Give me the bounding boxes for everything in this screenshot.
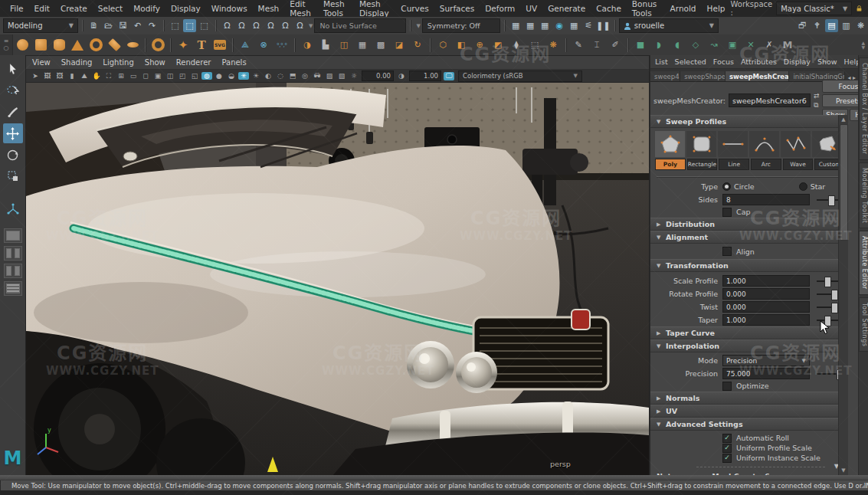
isolate-select-icon[interactable]: 🕶	[312, 72, 323, 80]
grid-icon[interactable]: ⊞	[116, 72, 126, 80]
xray-icon[interactable]: ▨	[324, 72, 335, 80]
workspace-dropdown[interactable]: Maya Classic*▼	[776, 2, 852, 15]
exposure-field[interactable]: 0.00	[362, 70, 394, 81]
tab-sweep46[interactable]: sweep46	[650, 71, 680, 81]
menu-uv[interactable]: UV	[520, 4, 542, 13]
bevel-icon[interactable]: ⬡	[434, 37, 451, 54]
menu-mesh-tools[interactable]: Mesh Tools	[318, 0, 354, 18]
select-hierarchy-icon[interactable]: ⬚	[169, 19, 182, 32]
append-polygon-icon[interactable]: ⧫	[508, 37, 525, 54]
gamma-icon[interactable]: ◑	[396, 72, 407, 80]
platonic-solid-icon[interactable]	[149, 37, 166, 54]
polyTorus-icon[interactable]	[87, 37, 104, 54]
oversan-icon[interactable]: ⛶	[103, 72, 114, 80]
film-gate-icon[interactable]: ▭	[128, 72, 139, 80]
gamma-field[interactable]: 1.00	[409, 70, 441, 81]
help-line-toggle[interactable]	[0, 480, 1, 491]
resize-grip-icon[interactable]: ◢	[861, 481, 866, 489]
sides-field[interactable]: 8	[722, 194, 810, 205]
use-all-lights-icon[interactable]: ✳	[238, 72, 249, 80]
tab-modeling-toolkit[interactable]: Modeling Toolkit	[859, 162, 868, 228]
ae-menu-selected[interactable]: Selected	[675, 57, 706, 66]
smear-sculpt-icon[interactable]: ✕	[742, 37, 759, 54]
automatic-roll-checkbox[interactable]	[722, 434, 732, 443]
attribute-scroll-area[interactable]: ▼Sweep Profiles	[650, 115, 848, 475]
character-controls-icon[interactable]: 🕈	[811, 19, 824, 32]
relax-sculpt-icon[interactable]: ◖	[669, 37, 686, 54]
gate-mask-icon[interactable]: ▣	[152, 72, 163, 80]
ae-menu-show[interactable]: Show	[817, 57, 837, 66]
polyPlane-icon[interactable]	[106, 37, 123, 54]
scale-tool-icon[interactable]	[3, 166, 23, 186]
rectangle-button[interactable]: Rectangle	[687, 159, 718, 170]
arc-button[interactable]: Arc	[751, 159, 781, 170]
move-to-origin-icon[interactable]: ⁰,⁰,⁰	[274, 37, 290, 54]
mask-sculpt-icon[interactable]: M	[779, 37, 796, 54]
tab-sweepMeshCreator6[interactable]: sweepMeshCreator6	[726, 71, 789, 81]
universal-manipulator-icon[interactable]	[3, 198, 23, 218]
modeling-toolkit-toggle-icon[interactable]: 🗗	[796, 19, 809, 32]
grab-sculpt-icon[interactable]: ◇	[687, 37, 704, 54]
tab-tool-settings[interactable]: Tool Settings	[859, 297, 868, 352]
section-sweep-profiles[interactable]: ▼Sweep Profiles	[650, 115, 848, 128]
profile-poly-icon[interactable]	[655, 131, 685, 157]
quad-draw-icon[interactable]: ✐	[607, 37, 624, 54]
light-editor-icon[interactable]: ⚟	[582, 19, 595, 32]
camera-attributes-icon[interactable]: 🖾	[54, 72, 65, 80]
snap-point-icon[interactable]: Ω	[250, 19, 263, 32]
rotate-tool-icon[interactable]	[3, 145, 23, 165]
shaded-icon[interactable]: ●	[214, 72, 224, 80]
wave-button[interactable]: Wave	[783, 159, 814, 170]
snap-projected-icon[interactable]: Ω	[264, 19, 277, 32]
knife-sculpt-icon[interactable]: ▣	[724, 37, 741, 54]
pinch-sculpt-icon[interactable]: ↝	[706, 37, 722, 54]
drag-attributes-icon[interactable]: ⇄	[814, 92, 820, 100]
polyCylinder-icon[interactable]	[51, 37, 67, 54]
tab-channel-box[interactable]: Channel Box / Layer Editor	[859, 57, 868, 160]
menu-bonus-tools[interactable]: Bonus Tools	[627, 0, 665, 18]
polyDisc-icon[interactable]	[124, 37, 141, 54]
wireframe-icon[interactable]: ◍	[201, 72, 212, 80]
new-scene-icon[interactable]: 🗎	[87, 19, 100, 32]
perspective-viewport[interactable]: View Shading Lighting Show Renderer Pane…	[25, 55, 650, 475]
open-scene-icon[interactable]: 🗁	[102, 19, 115, 32]
snap-curve-icon[interactable]: Ω	[235, 19, 248, 32]
menu-set-dropdown[interactable]: Modeling▼	[3, 18, 78, 33]
field-chart-icon[interactable]: ◫	[165, 72, 175, 80]
attribute-editor-toggle-icon[interactable]: ▤	[825, 19, 838, 32]
screen-space-ao-icon[interactable]: ◐	[263, 72, 274, 80]
paint-select-tool-icon[interactable]	[3, 102, 23, 122]
ae-menu-display[interactable]: Display	[784, 57, 811, 66]
menu-edit[interactable]: Edit	[29, 4, 55, 13]
extract-icon[interactable]: ◫	[336, 37, 352, 54]
move-tool-icon[interactable]	[3, 123, 23, 143]
panel-menu-panels[interactable]: Panels	[221, 58, 246, 67]
shelf-tab-toggle[interactable]: ≡○	[0, 34, 13, 55]
image-plane-icon[interactable]: ⛰	[79, 72, 90, 80]
attribute-editor-scrollbar[interactable]: ▲ ▼	[838, 115, 848, 475]
render-icon[interactable]: ▦	[509, 19, 522, 32]
section-taper-curve[interactable]: ▶Taper Curve	[650, 326, 848, 339]
select-camera-icon[interactable]: ➤	[30, 72, 41, 80]
xray-joints-icon[interactable]: ▧	[336, 72, 347, 80]
combine-icon[interactable]: ◑	[299, 37, 316, 54]
panel-menu-shading[interactable]: Shading	[61, 58, 93, 67]
live-surface-field[interactable]: No Live Surface	[314, 18, 406, 33]
menu-file[interactable]: File	[5, 4, 29, 13]
twist-field[interactable]: 0.000	[722, 301, 810, 313]
profile-rectangle-icon[interactable]	[686, 131, 716, 157]
ae-menu-list[interactable]: List	[655, 57, 668, 66]
panel-menu-renderer[interactable]: Renderer	[176, 58, 211, 67]
menu-deform[interactable]: Deform	[480, 4, 520, 13]
rotate-profile-field[interactable]: 0.000	[722, 288, 810, 300]
line-button[interactable]: Line	[719, 159, 749, 170]
tab-attribute-editor[interactable]: Attribute Editor	[859, 231, 868, 295]
menu-display[interactable]: Display	[165, 4, 206, 13]
project-curve-icon[interactable]: ⬚	[526, 37, 543, 54]
profile-line-icon[interactable]	[718, 131, 748, 157]
ipr-render-icon[interactable]: ▦	[524, 19, 537, 32]
view-transform-icon[interactable]: 🖵	[444, 72, 454, 80]
multi-cut-icon[interactable]: ✎	[570, 37, 587, 54]
ae-menu-focus[interactable]: Focus	[713, 57, 734, 66]
target-weld-icon[interactable]: ⌶	[588, 37, 605, 54]
